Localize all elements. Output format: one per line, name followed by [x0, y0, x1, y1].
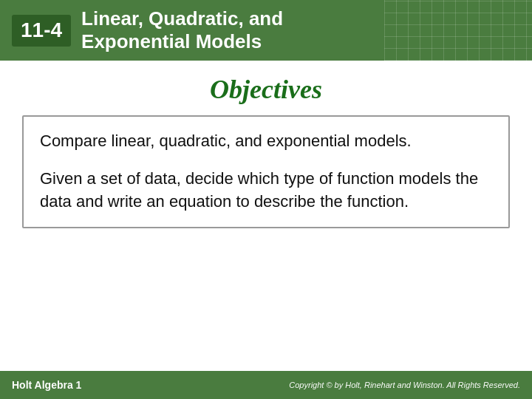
header-title-line1: Linear, Quadratic, and	[81, 7, 283, 30]
objectives-heading: Objectives	[22, 74, 510, 105]
main-content: Objectives Compare linear, quadratic, an…	[0, 61, 532, 235]
objectives-box: Compare linear, quadratic, and exponenti…	[22, 115, 510, 228]
footer-right-text: Copyright © by Holt, Rinehart and Winsto…	[289, 381, 520, 389]
header: 11-4 Linear, Quadratic, and Exponential …	[0, 0, 532, 61]
objective-item-1: Compare linear, quadratic, and exponenti…	[40, 130, 492, 153]
header-title: Linear, Quadratic, and Exponential Model…	[81, 7, 283, 53]
slide: 11-4 Linear, Quadratic, and Exponential …	[0, 0, 532, 399]
header-title-line2: Exponential Models	[81, 30, 283, 53]
lesson-badge: 11-4	[12, 15, 71, 47]
header-grid-decoration	[384, 0, 532, 61]
footer-left-text: Holt Algebra 1	[12, 379, 81, 391]
objective-item-2: Given a set of data, decide which type o…	[40, 168, 492, 214]
footer: Holt Algebra 1 Copyright © by Holt, Rine…	[0, 371, 532, 399]
